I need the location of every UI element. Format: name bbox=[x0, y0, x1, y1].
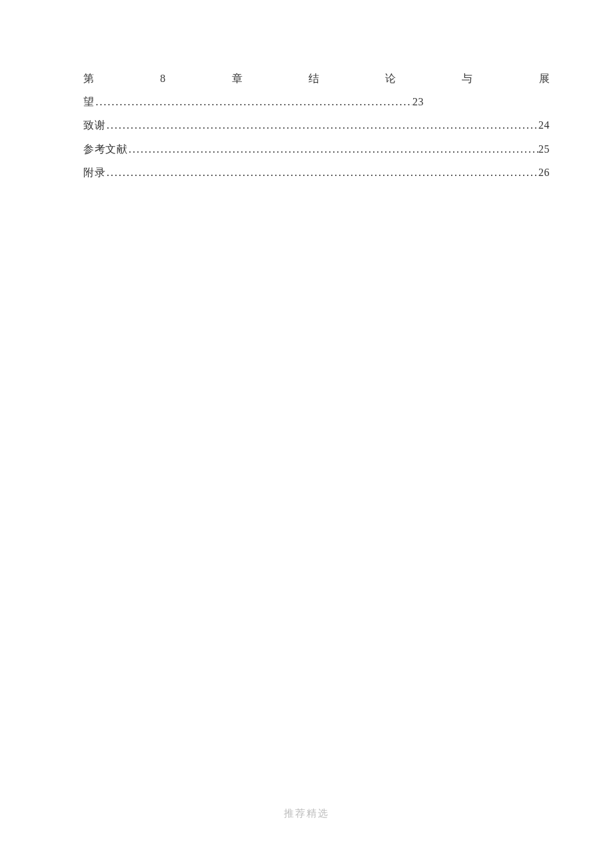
toc-char: 展 bbox=[539, 67, 550, 90]
toc-entry: 参考文献 25 bbox=[83, 137, 550, 161]
toc-entry-ch8-line2: 望 23 bbox=[83, 90, 424, 113]
toc-entry: 致谢 24 bbox=[83, 113, 550, 137]
toc-char: 8 bbox=[160, 67, 166, 90]
toc-entry-title: 望 bbox=[83, 90, 95, 113]
toc-entry-page: 24 bbox=[538, 113, 550, 137]
toc-char: 第 bbox=[83, 67, 95, 90]
toc-char: 结 bbox=[308, 67, 320, 90]
toc-char: 章 bbox=[232, 67, 243, 90]
toc-entry-title: 参考文献 bbox=[83, 137, 127, 161]
toc-leader-dots bbox=[127, 137, 538, 161]
toc-entry-ch8-line1: 第 8 章 结 论 与 展 bbox=[83, 67, 550, 90]
page-container: 第 8 章 结 论 与 展 望 23 致谢 24 参考文献 25 附录 26 推… bbox=[0, 0, 613, 868]
toc-entry-page: 25 bbox=[538, 137, 550, 161]
toc-entry-page: 26 bbox=[538, 161, 550, 184]
toc-entry: 附录 26 bbox=[83, 161, 550, 184]
page-footer: 推荐精选 bbox=[0, 807, 613, 820]
toc-entry-title: 附录 bbox=[83, 161, 105, 184]
toc-leader-dots bbox=[105, 161, 538, 184]
toc-entry-page: 23 bbox=[412, 90, 424, 113]
toc-leader-dots bbox=[105, 113, 538, 137]
toc-leader-dots bbox=[95, 90, 413, 113]
toc-char: 与 bbox=[462, 67, 473, 90]
toc-entry-title: 致谢 bbox=[83, 113, 105, 137]
toc-char: 论 bbox=[385, 67, 396, 90]
